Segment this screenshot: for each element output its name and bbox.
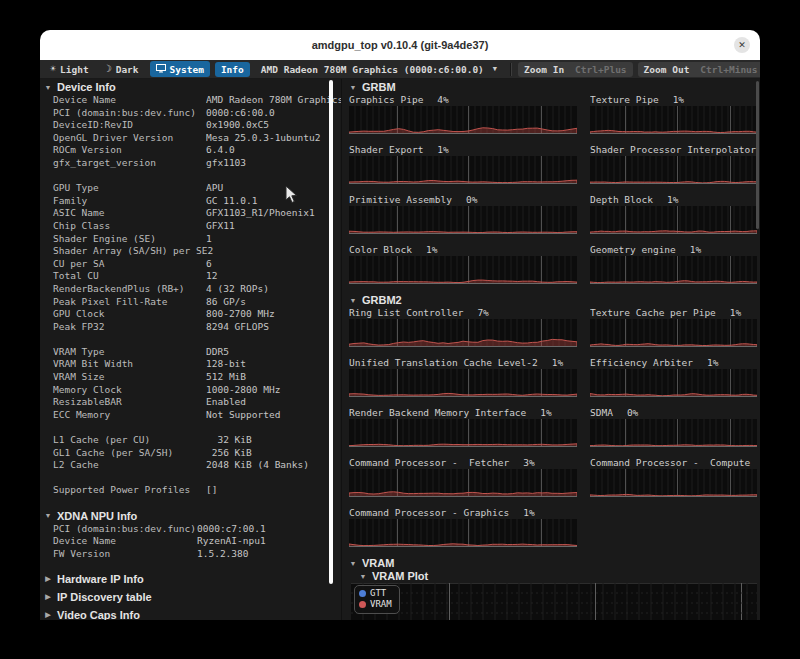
vram-plot-header[interactable]: ▼ VRAM Plot [359,570,760,582]
info-value: 1 [206,233,341,246]
info-row: Total CU12 [53,270,341,283]
info-group: GPU TypeAPUFamilyGC 11.0.1ASIC NameGFX11… [44,182,341,333]
metric-label: Command Processor - Graphics1% [349,507,577,518]
theme-light-button[interactable]: ☀ Light [44,62,95,77]
info-label: CU per SA [53,258,206,271]
info-row: Supported Power Profiles[] [53,484,341,497]
legend-item[interactable]: VRAM [359,599,392,610]
monitor-icon [156,63,166,75]
metric-label: Command Processor - Compute [590,457,757,468]
collapse-arrow-icon: ▼ [349,560,357,567]
legend-label: VRAM [370,599,392,610]
info-row: FamilyGC 11.0.1 [53,195,341,208]
activity-sparkline [349,256,577,284]
close-icon: ✕ [738,40,746,50]
left-panel-scrollbar[interactable] [329,80,333,584]
metric-chart: Texture Cache per Pipe1% [590,307,757,347]
info-value: [] [206,484,341,497]
info-row: VRAM TypeDDR5 [53,346,341,359]
metric-chart: SDMA0% [590,407,757,447]
info-value: 1000-2800 MHz [206,384,341,397]
info-value: 0x1900.0xC5 [206,119,341,132]
theme-system-button[interactable]: System [150,61,210,77]
activity-sparkline [349,106,577,134]
metric-value: 1% [730,307,741,318]
activity-sparkline [590,206,757,234]
chart-section-header[interactable]: ▼GRBM2 [349,294,760,306]
metric-chart: Efficiency Arbiter1% [590,357,757,397]
legend-dot-icon [359,601,366,608]
toolbar-separator [510,63,511,76]
collapsed-section-header[interactable]: ▶Hardware IP Info [44,573,341,586]
info-label: PCI (domain:bus:dev.func) [53,523,197,536]
info-label: Device Name [53,94,206,107]
info-row: Shader Array (SA/SH) per SE2 [53,245,341,258]
section-title: Hardware IP Info [57,573,144,585]
theme-system-label: System [170,64,204,75]
info-row: VRAM Bit Width128-bit [53,358,341,371]
close-button[interactable]: ✕ [734,37,750,53]
info-value: 2 [207,245,341,258]
metric-value: 1% [690,244,701,255]
titlebar[interactable]: amdgpu_top v0.10.4 (git-9a4de37) ✕ [40,30,760,60]
info-row: FW Version1.5.2.380 [53,548,341,561]
info-label: VRAM Bit Width [53,358,206,371]
section-title: IP Discovery table [57,591,152,603]
info-value: 6.4.0 [206,144,341,157]
metric-chart: Primitive Assembly0% [349,194,577,234]
section-header[interactable]: ▼XDNA NPU Info [44,510,341,522]
info-label: L1 Cache (per CU) [53,434,206,447]
moon-icon: ☽ [106,64,112,74]
metric-value: 1% [523,507,534,518]
vram-plot-title: VRAM Plot [372,570,428,582]
info-row: Memory Clock1000-2800 MHz [53,384,341,397]
info-row: GL1 Cache (per SA/SH) 256 KiB [53,447,341,460]
section-header[interactable]: ▼Device Info [44,81,341,93]
info-value: APU [206,182,341,195]
info-value: GC 11.0.1 [206,195,341,208]
device-selector[interactable]: AMD Radeon 780M Graphics (0000:c6:00.0) … [255,62,503,77]
metric-value: 4% [437,94,448,105]
zoom-out-button[interactable]: Zoom Out Ctrl+Minus [638,62,760,77]
screen: amdgpu_top v0.10.4 (git-9a4de37) ✕ ☀ Lig… [0,0,800,659]
info-label: OpenGL Driver Version [53,132,206,145]
metric-chart: Command Processor - Fetcher3% [349,457,577,497]
info-label: L2 Cache [53,459,206,472]
zoom-out-shortcut: Ctrl+Minus [700,64,757,75]
info-label: gfx_target_version [53,157,206,170]
info-row: PCI (domain:bus:dev.func)0000:c6:00.0 [53,107,341,120]
legend-item[interactable]: GTT [359,588,392,599]
activity-sparkline [590,256,757,284]
info-tab-button[interactable]: Info [215,62,250,77]
metric-value: 1% [673,94,684,105]
info-row: VRAM Size512 MiB [53,371,341,384]
vram-plot-legend: GTTVRAM [354,585,400,614]
collapsed-section-header[interactable]: ▶IP Discovery table [44,591,341,604]
collapse-arrow-icon: ▼ [349,297,357,304]
metric-label: Render Backend Memory Interface1% [349,407,577,418]
info-value: 32 KiB [206,434,341,447]
activity-sparkline [349,369,577,397]
collapse-arrow-icon: ▼ [44,512,52,519]
collapsed-section-header[interactable]: ▶Video Caps Info [44,609,341,620]
info-group: Device NameAMD Radeon 780M GraphicsPCI (… [44,94,341,170]
info-row: Peak Pixel Fill-Rate86 GP/s [53,296,341,309]
vram-section-header[interactable]: ▼ VRAM [349,557,760,569]
section-title: Device Info [57,81,116,93]
info-value: 12 [206,270,341,283]
right-panel-scrollbar[interactable] [756,81,759,229]
info-label: Device Name [53,535,197,548]
metric-chart: Shader Export1% [349,144,577,184]
info-value: 2048 KiB (4 Banks) [206,459,341,472]
metric-chart: Command Processor - Graphics1% [349,507,577,547]
info-value: DDR5 [206,346,341,359]
activity-sparkline [349,206,577,234]
collapse-arrow-icon: ▼ [349,84,357,91]
zoom-in-button[interactable]: Zoom In Ctrl+Plus [518,62,633,77]
info-label: GL1 Cache (per SA/SH) [53,447,206,460]
theme-dark-button[interactable]: ☽ Dark [100,62,145,77]
info-label: VRAM Size [53,371,206,384]
activity-sparkline [349,469,577,497]
info-value: AMD Radeon 780M Graphics [206,94,341,107]
chart-section-header[interactable]: ▼GRBM [349,81,760,93]
